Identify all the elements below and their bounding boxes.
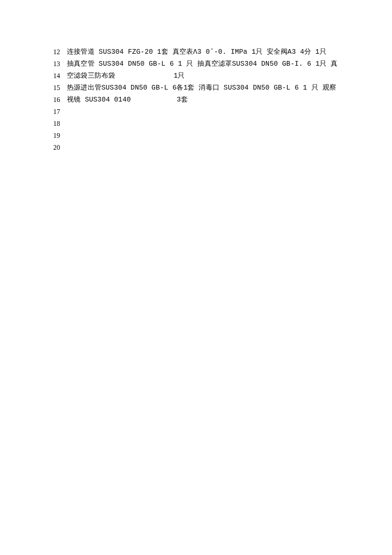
text-line: 视镜 SUS304 0140 3套 (67, 94, 357, 106)
line-number: 12 (50, 46, 60, 58)
document-body-text: 连接管道 SUS304 FZG-20 1套 真空表Λ3 0ˆ-0. IMPa 1… (67, 46, 357, 106)
line-number: 18 (50, 118, 60, 130)
line-number: 19 (50, 130, 60, 142)
line-number: 17 (50, 106, 60, 118)
line-number: 14 (50, 70, 60, 82)
line-number: 16 (50, 94, 60, 106)
line-number-gutter: 12 13 14 15 16 17 18 19 20 (50, 46, 60, 154)
line-number: 20 (50, 142, 60, 154)
line-number: 13 (50, 58, 60, 70)
text-line: 抽真空管 SUS304 DN50 GB-L 6 1 只 抽真空滤罩SUS304 … (67, 58, 357, 70)
line-number: 15 (50, 82, 60, 94)
text-line: 空滤袋三防布袋 1只 (67, 70, 357, 82)
document-page: 12 13 14 15 16 17 18 19 20 连接管道 SUS304 F… (0, 0, 392, 555)
text-line: 连接管道 SUS304 FZG-20 1套 真空表Λ3 0ˆ-0. IMPa 1… (67, 46, 357, 58)
text-line: 热源进出管SUS304 DN50 GB-L 6各1套 消毒口 SUS304 DN… (67, 82, 357, 94)
